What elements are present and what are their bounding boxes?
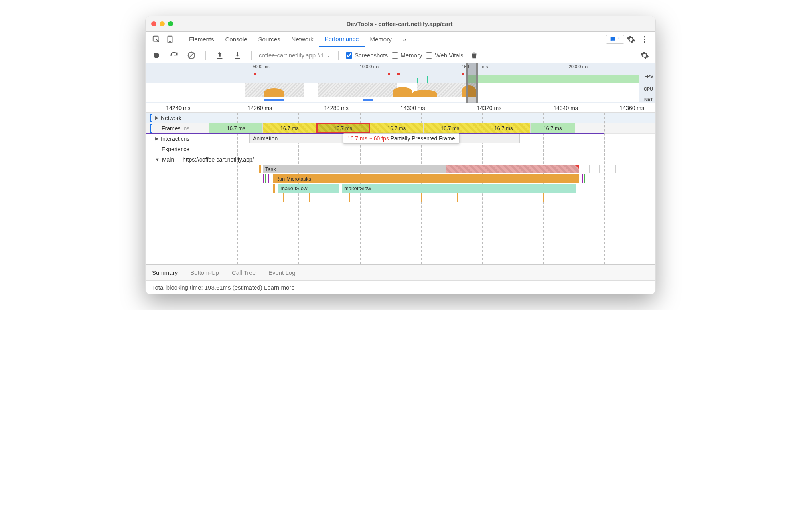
flame-task[interactable]: Task (263, 165, 579, 173)
tab-memory[interactable]: Memory (365, 32, 397, 47)
track-main-header[interactable]: Main — https://coffee-cart.netlify.app/ (146, 154, 655, 165)
frame-item[interactable]: 16.7 ms (531, 123, 575, 133)
detail-tabs: Summary Bottom-Up Call Tree Event Log (146, 264, 655, 280)
overview-cpu (146, 83, 639, 97)
frames-strip[interactable]: 16.7 ms 16.7 ms 16.7 ms 16.7 ms ~ 60 fps… (146, 123, 655, 133)
overview-fps (146, 72, 639, 83)
window-title: DevTools - coffee-cart.netlify.app/cart (176, 20, 623, 27)
overview-net (146, 97, 639, 102)
svg-point-3 (644, 36, 645, 37)
download-icon[interactable] (233, 51, 242, 60)
screenshots-checkbox[interactable]: Screenshots (346, 52, 388, 59)
record-button[interactable] (152, 51, 161, 60)
traffic-lights (151, 21, 173, 26)
dtab-calltree[interactable]: Call Tree (232, 269, 256, 276)
perf-toolbar: coffee-cart.netlify.app #1 Screenshots M… (146, 47, 655, 63)
overview-pane[interactable]: 5000 ms 10000 ms 150 ms 20000 ms (146, 63, 655, 103)
flame-fn[interactable]: makeItSlow (278, 184, 339, 193)
minimize-icon[interactable] (160, 21, 165, 26)
frame-item[interactable]: 16.7 ms (477, 123, 531, 133)
svg-line-7 (189, 53, 194, 57)
device-icon[interactable] (166, 35, 174, 44)
memory-checkbox[interactable]: Memory (392, 52, 422, 59)
tab-console[interactable]: Console (220, 32, 253, 47)
upload-icon[interactable] (215, 51, 224, 60)
track-network[interactable]: Network (146, 113, 655, 123)
blocking-time-footer: Total blocking time: 193.61ms (estimated… (146, 280, 655, 294)
frame-item[interactable]: 16.7 ms (263, 123, 316, 133)
dtab-bottomup[interactable]: Bottom-Up (190, 269, 219, 276)
reload-button[interactable] (170, 51, 178, 60)
timeline-ruler[interactable]: 14240 ms 14260 ms 14280 ms 14300 ms 1432… (146, 103, 655, 113)
flame-microtasks[interactable]: Run Microtasks (273, 174, 579, 183)
chat-icon (610, 36, 616, 43)
dtab-summary[interactable]: Summary (152, 269, 178, 276)
tabs-overflow[interactable]: » (397, 32, 412, 47)
settings-icon[interactable] (627, 35, 635, 44)
titlebar: DevTools - coffee-cart.netlify.app/cart (146, 16, 655, 32)
clear-button[interactable] (187, 51, 196, 60)
issues-badge[interactable]: 1 (606, 35, 624, 44)
close-icon[interactable] (151, 21, 156, 26)
track-experience[interactable]: Experience (146, 144, 655, 154)
flame-chart[interactable]: Task Run Microtasks makeItSlow makeItS (146, 165, 655, 244)
frame-item-highlighted[interactable]: 16.7 ms 16.7 ms ~ 60 fps Partially Prese… (316, 123, 370, 133)
dtab-eventlog[interactable]: Event Log (268, 269, 296, 276)
capture-settings-icon[interactable] (640, 51, 649, 60)
profile-select[interactable]: coffee-cart.netlify.app #1 (259, 52, 331, 59)
frame-item[interactable]: 16.7 ms (424, 123, 477, 133)
panel-tabs: Elements Console Sources Network Perform… (146, 32, 655, 47)
svg-point-4 (644, 39, 645, 40)
tab-elements[interactable]: Elements (183, 32, 220, 47)
more-icon[interactable] (640, 35, 649, 44)
inspect-icon[interactable] (152, 35, 161, 44)
webvitals-checkbox[interactable]: Web Vitals (426, 52, 463, 59)
tab-network[interactable]: Network (286, 32, 319, 47)
svg-point-5 (644, 41, 645, 43)
flame-fn[interactable]: makeItSlow (342, 184, 576, 193)
chevron-down-icon (326, 53, 331, 58)
frame-item[interactable]: 16.7 ms (370, 123, 423, 133)
maximize-icon[interactable] (168, 21, 173, 26)
frame-item[interactable]: 16.7 ms (209, 123, 263, 133)
tracks-pane[interactable]: Network Framesns 16.7 ms 16.7 ms 16.7 ms… (146, 113, 655, 264)
tab-sources[interactable]: Sources (253, 32, 286, 47)
learn-more-link[interactable]: Learn more (264, 284, 295, 291)
tab-performance[interactable]: Performance (319, 32, 365, 47)
devtools-window: DevTools - coffee-cart.netlify.app/cart … (145, 16, 656, 294)
trash-icon[interactable] (470, 51, 479, 60)
track-frames[interactable]: Framesns 16.7 ms 16.7 ms 16.7 ms 16.7 ms… (146, 123, 655, 134)
frame-tooltip: 16.7 ms ~ 60 fps Partially Presented Fra… (343, 133, 460, 144)
